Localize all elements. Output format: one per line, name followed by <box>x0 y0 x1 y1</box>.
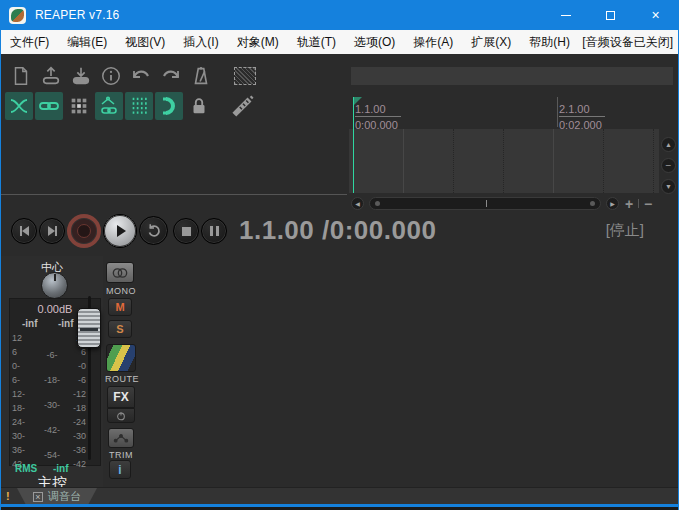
titlebar[interactable]: REAPER v7.16 × <box>1 0 678 30</box>
horizontal-zoom-out-button[interactable]: − <box>644 196 652 212</box>
menu-track[interactable]: 轨道(T) <box>288 30 345 54</box>
window-controls: × <box>543 0 678 30</box>
grid-beat-line <box>603 129 604 193</box>
peak-right-value: -inf <box>58 318 74 329</box>
tab-close-icon[interactable]: × <box>33 492 43 502</box>
meter-scale-left: 1260-6-12-18-24-30-36-42- <box>12 331 34 471</box>
envelope-points-button[interactable] <box>95 92 123 120</box>
horizontal-zoom-in-button[interactable]: + <box>625 196 633 212</box>
info-icon <box>100 65 122 87</box>
go-to-start-icon <box>20 226 29 236</box>
edit-cursor[interactable] <box>353 97 354 193</box>
ruler-marker: 2.1.00 0:02.000 <box>559 99 605 131</box>
stop-icon <box>182 227 191 236</box>
menu-insert[interactable]: 插入(I) <box>174 30 227 54</box>
envelope-link-icon <box>97 94 121 118</box>
repeat-button[interactable] <box>139 216 168 245</box>
menu-extensions[interactable]: 扩展(X) <box>462 30 520 54</box>
menubar: 文件(F) 编辑(E) 视图(V) 插入(I) 对象(M) 轨道(T) 选项(O… <box>1 30 678 54</box>
ruler-beats-label: 1.1.00 <box>355 103 401 117</box>
new-project-button[interactable] <box>7 62 35 90</box>
save-project-button[interactable] <box>67 62 95 90</box>
fader-grip-line <box>80 328 98 331</box>
master-channel-strip: 中心 0.00dB -inf -inf 1260-6-12-18-24-30-3… <box>1 256 103 487</box>
statusbar: ! × 调音台 <box>1 487 678 504</box>
stop-button[interactable] <box>173 218 199 244</box>
item-lock-link-button[interactable] <box>35 92 63 120</box>
mono-button[interactable] <box>106 262 134 283</box>
pan-knob[interactable] <box>41 272 68 299</box>
info-label: i <box>118 463 121 477</box>
up-arrow-icon: ▲ <box>665 141 672 148</box>
go-to-start-button[interactable] <box>11 218 37 244</box>
item-grouping-button[interactable] <box>65 92 93 120</box>
trim-button[interactable] <box>108 428 134 448</box>
meter-scale-right: 126-0-6-12-18-24-30-36-42 <box>62 331 86 471</box>
lock-icon <box>188 95 210 117</box>
undo-icon <box>129 64 153 88</box>
grid-beat-line <box>503 129 504 193</box>
open-project-button[interactable] <box>37 62 65 90</box>
fx-bypass-button[interactable] <box>107 408 135 423</box>
scroll-down-button[interactable]: ▼ <box>661 179 676 194</box>
rms-value: -inf <box>53 463 69 474</box>
mixer-docker-tab[interactable]: × 调音台 <box>17 488 97 505</box>
vertical-zoom-out-button[interactable]: − <box>661 158 676 173</box>
pause-icon <box>210 226 219 236</box>
draw-tool-button[interactable] <box>229 92 257 120</box>
menu-view[interactable]: 视图(V) <box>116 30 174 54</box>
maximize-button[interactable] <box>588 0 633 30</box>
transport-time-display[interactable]: 1.1.00 /0:00.000 <box>239 215 436 246</box>
metronome-icon <box>190 65 212 87</box>
volume-fader-handle[interactable] <box>77 308 101 348</box>
record-button[interactable] <box>67 214 101 248</box>
ruler-beats-label: 2.1.00 <box>559 103 605 117</box>
scrollbar-end-dot <box>375 201 380 206</box>
knob-notch <box>54 274 56 281</box>
auto-crossfade-button[interactable] <box>5 92 33 120</box>
open-project-icon <box>40 65 62 87</box>
fx-button[interactable]: FX <box>107 386 135 408</box>
route-button[interactable] <box>106 344 136 372</box>
pencil-ruler-icon <box>230 93 256 119</box>
metronome-button[interactable] <box>187 62 215 90</box>
grid-toggle-button[interactable] <box>125 92 153 120</box>
scroll-up-button[interactable]: ▲ <box>661 137 676 152</box>
solo-button[interactable]: S <box>108 320 132 338</box>
play-button[interactable] <box>103 214 137 248</box>
menu-actions[interactable]: 操作(A) <box>404 30 462 54</box>
scroll-left-button[interactable]: ◀ <box>351 197 364 210</box>
track-info-button[interactable]: i <box>109 460 131 479</box>
crossfade-icon <box>7 94 31 118</box>
undo-button[interactable] <box>127 62 155 90</box>
locking-button[interactable] <box>185 92 213 120</box>
status-alert[interactable]: ! <box>6 490 10 502</box>
mute-label: M <box>115 301 124 313</box>
menu-help[interactable]: 帮助(H) <box>520 30 579 54</box>
redo-icon <box>159 64 183 88</box>
redo-button[interactable] <box>157 62 185 90</box>
project-settings-button[interactable] <box>97 62 125 90</box>
rms-label: RMS <box>15 463 37 474</box>
track-grid-area[interactable] <box>349 129 659 193</box>
close-button[interactable]: × <box>633 0 678 30</box>
snap-toggle-button[interactable] <box>155 92 183 120</box>
menu-file[interactable]: 文件(F) <box>1 30 58 54</box>
timeline-ruler[interactable]: 1.1.00 0:00.000 2.1.00 0:02.000 <box>349 97 659 129</box>
menu-edit[interactable]: 编辑(E) <box>58 30 116 54</box>
magnet-icon <box>157 94 181 118</box>
menu-options[interactable]: 选项(O) <box>345 30 404 54</box>
menu-item[interactable]: 对象(M) <box>228 30 288 54</box>
horizontal-scrollbar[interactable] <box>369 197 601 210</box>
left-arrow-icon: ◀ <box>355 200 360 207</box>
mute-button[interactable]: M <box>108 298 132 316</box>
grouping-icon <box>68 95 90 117</box>
minimize-button[interactable] <box>543 0 588 30</box>
marquee-select-button[interactable] <box>231 62 259 90</box>
scroll-right-button[interactable]: ▶ <box>606 197 619 210</box>
pause-button[interactable] <box>201 218 227 244</box>
ruler-measure-tick <box>557 97 558 127</box>
scrollbar-center-mark <box>486 200 487 207</box>
go-to-end-button[interactable] <box>39 218 65 244</box>
arrange-view[interactable]: 1.1.00 0:00.000 2.1.00 0:02.000 <box>349 97 659 193</box>
